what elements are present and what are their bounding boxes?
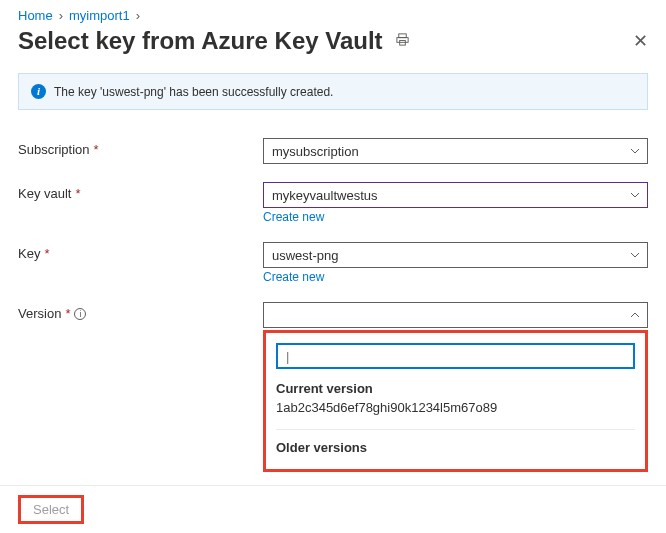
- key-value: uswest-png: [272, 248, 338, 263]
- create-new-keyvault-link[interactable]: Create new: [263, 210, 324, 224]
- keyvault-label: Key vault: [18, 186, 71, 201]
- required-marker: *: [94, 142, 99, 157]
- subscription-label: Subscription: [18, 142, 90, 157]
- required-marker: *: [75, 186, 80, 201]
- chevron-down-icon: [629, 249, 641, 261]
- notice-text: The key 'uswest-png' has been successful…: [54, 85, 333, 99]
- chevron-up-icon: [629, 309, 641, 321]
- version-search-input[interactable]: [276, 343, 635, 369]
- success-notice: i The key 'uswest-png' has been successf…: [18, 73, 648, 110]
- svg-rect-0: [398, 34, 406, 38]
- info-icon[interactable]: i: [74, 308, 86, 320]
- page-title: Select key from Azure Key Vault: [18, 27, 383, 55]
- footer: Select: [0, 485, 666, 533]
- version-select[interactable]: [263, 302, 648, 328]
- version-dropdown-panel: Current version 1ab2c345d6ef78ghi90k1234…: [263, 330, 648, 472]
- breadcrumb: Home › myimport1 ›: [18, 8, 648, 23]
- create-new-key-link[interactable]: Create new: [263, 270, 324, 284]
- keyvault-value: mykeyvaultwestus: [272, 188, 377, 203]
- subscription-select[interactable]: mysubscription: [263, 138, 648, 164]
- breadcrumb-home[interactable]: Home: [18, 8, 53, 23]
- chevron-down-icon: [629, 189, 641, 201]
- key-label: Key: [18, 246, 40, 261]
- info-icon: i: [31, 84, 46, 99]
- close-icon[interactable]: ✕: [633, 30, 648, 52]
- key-select[interactable]: uswest-png: [263, 242, 648, 268]
- chevron-down-icon: [629, 145, 641, 157]
- breadcrumb-item[interactable]: myimport1: [69, 8, 130, 23]
- current-version-option[interactable]: 1ab2c345d6ef78ghi90k1234l5m67o89: [276, 400, 635, 415]
- older-versions-heading: Older versions: [276, 440, 635, 455]
- required-marker: *: [44, 246, 49, 261]
- print-icon[interactable]: [395, 32, 410, 50]
- current-version-heading: Current version: [276, 381, 635, 396]
- version-label: Version: [18, 306, 61, 321]
- chevron-right-icon: ›: [136, 8, 140, 23]
- keyvault-select[interactable]: mykeyvaultwestus: [263, 182, 648, 208]
- chevron-right-icon: ›: [59, 8, 63, 23]
- select-button[interactable]: Select: [18, 495, 84, 524]
- subscription-value: mysubscription: [272, 144, 359, 159]
- divider: [276, 429, 635, 430]
- required-marker: *: [65, 306, 70, 321]
